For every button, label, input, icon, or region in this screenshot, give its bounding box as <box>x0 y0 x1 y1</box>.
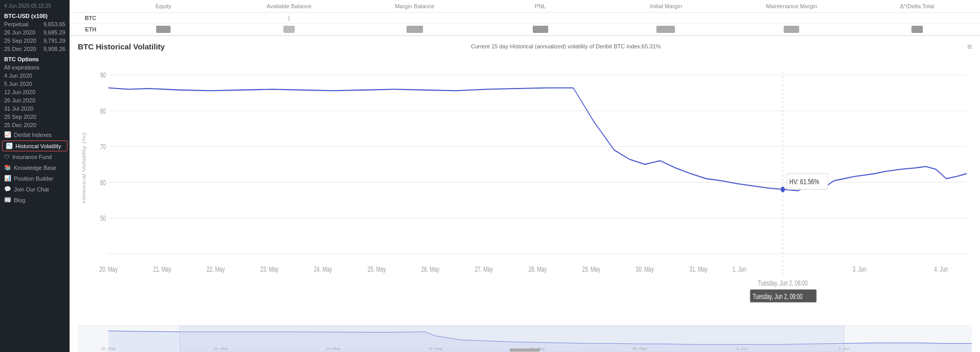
balance-cell-btc-available: | <box>226 15 352 21</box>
position-icon: 📊 <box>4 175 11 182</box>
balance-cell-eth-pnl <box>478 26 603 33</box>
svg-text:24. May: 24. May <box>326 346 341 351</box>
balance-header-margin: Margin Balance <box>352 2 478 10</box>
svg-text:20. May: 20. May <box>99 265 117 273</box>
balance-header-row: Equity Available Balance Margin Balance … <box>70 0 980 13</box>
svg-text:50: 50 <box>100 215 106 223</box>
svg-text:3. Jun: 3. Jun <box>838 346 850 351</box>
svg-text:60: 60 <box>100 179 106 187</box>
sidebar-perpetual-price: 9,653.65 <box>43 21 65 27</box>
sidebar: 4 Jun 2020 05:15:25 BTC-USD (x100) Perpe… <box>0 0 70 352</box>
sidebar-link-historical-volatility[interactable]: 📉 Historical Volatility <box>2 140 67 151</box>
svg-text:4. Jun: 4. Jun <box>934 265 948 273</box>
chart-title-group: BTC Historical Volatility <box>78 42 165 51</box>
balance-cell-eth-maintenance <box>729 26 854 33</box>
svg-text:70: 70 <box>100 143 106 151</box>
balance-label-btc: BTC <box>70 15 100 21</box>
svg-text:23. May: 23. May <box>260 265 278 273</box>
sidebar-timestamp: 4 Jun 2020 05:15:25 <box>0 0 70 11</box>
balance-header-pnl: PNL <box>478 2 603 10</box>
sidebar-options-section: BTC Options <box>0 53 70 63</box>
balance-header-equity: Equity <box>100 2 226 10</box>
chart-menu-icon[interactable]: ≡ <box>967 42 972 51</box>
svg-text:3. Jun: 3. Jun <box>852 265 866 273</box>
svg-text:Tuesday, Jun 2, 08:00: Tuesday, Jun 2, 08:00 <box>753 292 803 301</box>
sidebar-item-25dec-opt[interactable]: 25 Dec 2020 <box>0 121 70 129</box>
svg-text:30. May: 30. May <box>632 346 647 351</box>
svg-text:24. May: 24. May <box>314 265 332 273</box>
svg-text:20. May: 20. May <box>101 346 115 351</box>
svg-point-13 <box>781 186 785 192</box>
sidebar-link-position-builder[interactable]: 📊 Position Builder <box>0 173 70 184</box>
svg-rect-44 <box>510 348 540 351</box>
svg-text:Tuesday, Jun 2, 08:00: Tuesday, Jun 2, 08:00 <box>758 279 808 288</box>
svg-text:80: 80 <box>100 107 106 115</box>
svg-text:21. May: 21. May <box>153 265 171 273</box>
sidebar-26jun-label: 26 Jun 2020 <box>4 29 36 36</box>
svg-text:30. May: 30. May <box>636 265 654 273</box>
balance-cell-eth-initial <box>603 26 729 33</box>
main-content: Equity Available Balance Margin Balance … <box>70 0 980 352</box>
svg-text:1. Jun: 1. Jun <box>736 346 748 351</box>
sidebar-link-deribit-indexes[interactable]: 📈 Deribit Indexes <box>0 129 70 140</box>
balance-row-btc: BTC | <box>70 13 980 24</box>
sidebar-item-25sep[interactable]: 25 Sep 2020 9,791.29 <box>0 37 70 45</box>
balance-header-empty <box>70 2 100 10</box>
main-chart-svg: 90 80 70 60 50 Historical Volatility (%)… <box>78 54 972 325</box>
balance-header-delta: Δ*/Delta Total <box>854 2 980 10</box>
svg-text:90: 90 <box>100 72 106 80</box>
sidebar-item-all-expirations[interactable]: All expirations <box>0 63 70 72</box>
mini-chart-svg: 20. May 22. May 24. May 26. May 28. May … <box>78 326 972 352</box>
balance-cell-eth-delta <box>854 26 980 33</box>
svg-text:26. May: 26. May <box>421 265 439 273</box>
svg-text:HV: 61.56%: HV: 61.56% <box>789 178 819 186</box>
shield-icon: 🛡 <box>4 154 10 160</box>
blog-icon: 📰 <box>4 197 11 203</box>
chat-icon: 💬 <box>4 186 11 192</box>
sidebar-link-blog[interactable]: 📰 Blog <box>0 195 70 205</box>
balance-label-eth: ETH <box>70 26 100 32</box>
svg-text:27. May: 27. May <box>475 265 493 273</box>
sidebar-item-5jun[interactable]: 5 Jun 2020 <box>0 80 70 88</box>
sidebar-25dec-label: 25 Dec 2020 <box>4 46 36 52</box>
sidebar-item-12jun[interactable]: 12 Jun 2020 <box>0 88 70 96</box>
svg-text:28. May: 28. May <box>529 265 547 273</box>
sidebar-item-26jun-opt[interactable]: 26 Jun 2020 <box>0 96 70 104</box>
sidebar-link-knowledge-base[interactable]: 📚 Knowledge Base <box>0 162 70 173</box>
svg-text:26. May: 26. May <box>428 346 443 351</box>
mini-chart-container[interactable]: 20. May 22. May 24. May 26. May 28. May … <box>78 325 972 352</box>
chart-line-icon: 📈 <box>4 131 11 138</box>
book-icon: 📚 <box>4 164 11 171</box>
sidebar-item-26jun[interactable]: 26 Jun 2020 9,685.29 <box>0 28 70 37</box>
svg-text:29. May: 29. May <box>582 265 600 273</box>
sidebar-item-31jul[interactable]: 31 Jul 2020 <box>0 104 70 113</box>
chart-area: BTC Historical Volatility Current 15 day… <box>70 36 980 352</box>
balance-header-initial: Initial Margin <box>603 2 729 10</box>
balance-cell-eth-equity <box>100 26 226 33</box>
sidebar-perpetual-label: Perpetual <box>4 21 28 27</box>
chart-header: BTC Historical Volatility Current 15 day… <box>78 42 972 51</box>
sidebar-link-join-chat[interactable]: 💬 Join Our Chat <box>0 184 70 195</box>
sidebar-25sep-label: 25 Sep 2020 <box>4 38 36 44</box>
sidebar-item-4jun[interactable]: 4 Jun 2020 <box>0 72 70 80</box>
balance-cell-eth-available <box>226 26 352 33</box>
balance-table: Equity Available Balance Margin Balance … <box>70 0 980 36</box>
svg-text:1. Jun: 1. Jun <box>732 265 746 273</box>
sidebar-25dec-price: 9,908.26 <box>43 46 65 52</box>
main-chart-container: 90 80 70 60 50 Historical Volatility (%)… <box>78 54 972 325</box>
balance-header-available: Available Balance <box>226 2 352 10</box>
sidebar-instrument: BTC-USD (x100) <box>0 11 70 20</box>
svg-text:22. May: 22. May <box>214 346 228 351</box>
sidebar-item-25sep-opt[interactable]: 25 Sep 2020 <box>0 113 70 121</box>
sidebar-link-insurance-fund[interactable]: 🛡 Insurance Fund <box>0 152 70 162</box>
balance-header-maintenance: Maintenance Margin <box>729 2 854 10</box>
volatility-icon: 📉 <box>6 143 13 149</box>
sidebar-26jun-price: 9,685.29 <box>43 29 65 36</box>
balance-row-eth: ETH <box>70 24 980 36</box>
svg-text:22. May: 22. May <box>207 265 225 273</box>
sidebar-item-25dec[interactable]: 25 Dec 2020 9,908.26 <box>0 45 70 53</box>
svg-text:Historical Volatility (%): Historical Volatility (%) <box>81 133 87 203</box>
sidebar-item-perpetual[interactable]: Perpetual 9,653.65 <box>0 20 70 28</box>
svg-text:25. May: 25. May <box>367 265 385 273</box>
sidebar-25sep-price: 9,791.29 <box>43 38 65 44</box>
